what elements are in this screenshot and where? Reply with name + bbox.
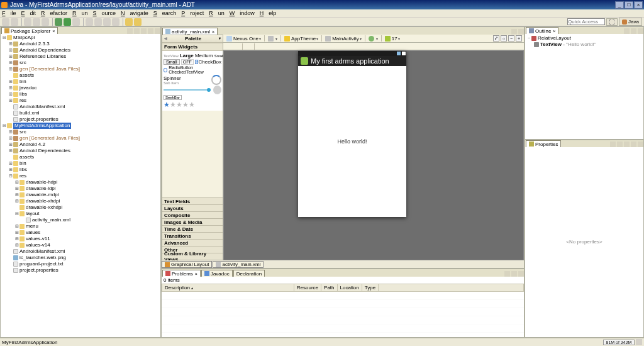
palette-drawer[interactable]: Custom & Library Views: [162, 253, 223, 260]
open-perspective-button[interactable]: [606, 18, 618, 26]
device-preview[interactable]: My first adrms application Hello world!: [298, 51, 406, 217]
tree-item[interactable]: ⊞drawable-mdpi: [2, 192, 159, 198]
palette-drawer[interactable]: Advanced: [162, 239, 223, 246]
zoom-reset-button[interactable]: ○: [501, 35, 507, 42]
graphical-layout-tab[interactable]: Graphical Layout: [162, 261, 212, 268]
nav-back-button[interactable]: [125, 18, 133, 26]
tree-item[interactable]: ⊞menu: [2, 223, 159, 230]
menu-refactor[interactable]: Refactor: [41, 10, 67, 16]
tree-item[interactable]: ⊞bin: [2, 79, 159, 85]
close-button[interactable]: ×: [634, 1, 643, 9]
minimize-button[interactable]: [511, 271, 517, 277]
save-button[interactable]: [11, 18, 18, 26]
palette-item[interactable]: SeekBar: [164, 95, 221, 100]
tree-item[interactable]: ⊞src: [2, 129, 159, 135]
close-icon[interactable]: ×: [195, 272, 197, 276]
tool-button[interactable]: [86, 18, 93, 26]
outline-tree[interactable]: −RelativeLayout TextView - "Hello world!…: [525, 34, 643, 139]
tree-item[interactable]: ⊞values: [2, 230, 159, 236]
close-icon[interactable]: ×: [52, 29, 55, 33]
palette-section-form-widgets[interactable]: Form Widgets: [162, 43, 223, 51]
toggle-button[interactable]: [264, 43, 270, 50]
menu-search[interactable]: Search: [153, 10, 177, 16]
declaration-tab[interactable]: Declaration: [233, 270, 265, 277]
tool-button[interactable]: [33, 18, 40, 26]
palette-drawer[interactable]: Composite: [162, 211, 223, 218]
palette-drawer[interactable]: Transitions: [162, 232, 223, 239]
tree-item[interactable]: ⊞Android Dependencies: [2, 148, 159, 154]
tool-button[interactable]: [24, 18, 31, 26]
new-button[interactable]: [2, 18, 9, 26]
tool-button[interactable]: [112, 18, 119, 26]
tree-item[interactable]: build.xml: [2, 110, 159, 116]
tool-button[interactable]: [94, 18, 102, 26]
tree-item[interactable]: ⊞Referenced Libraries: [2, 53, 159, 60]
menu-window[interactable]: Window: [230, 10, 255, 16]
theme-selector[interactable]: AppTheme▾: [284, 36, 318, 42]
tree-item[interactable]: ic_launcher-web.png: [2, 255, 159, 261]
tree-item[interactable]: AndroidManifest.xml: [2, 104, 159, 110]
palette-item[interactable]: TextViewLarge Medium Small Button: [164, 53, 221, 58]
palette-drawer[interactable]: Time & Date: [162, 225, 223, 232]
toggle-button[interactable]: [225, 43, 231, 50]
tree-item[interactable]: ⊞gen [Generated Java Files]: [2, 135, 159, 141]
tree-item[interactable]: ⊞drawable-hdpi: [2, 179, 159, 186]
run-button[interactable]: [64, 18, 71, 26]
palette-item[interactable]: SpinnerSub Item: [164, 75, 221, 85]
minimize-view-button[interactable]: [148, 28, 153, 34]
tree-item[interactable]: ⊞Android Dependencies: [2, 47, 159, 53]
tree-item[interactable]: project.properties: [2, 116, 159, 123]
package-explorer-tree[interactable]: ⊟MSIpcApi⊞Android 2.3.3⊞Android Dependen…: [1, 34, 160, 337]
problems-table[interactable]: Description ▴ Resource Path Location Typ…: [162, 284, 524, 292]
palette-item[interactable]: RadioButton CheckedTextView: [164, 65, 221, 74]
tree-item[interactable]: activity_main.xml: [2, 217, 159, 223]
tree-item[interactable]: ⊞Android 2.3.3: [2, 41, 159, 47]
palette-item[interactable]: Small OFFCheckBox: [164, 59, 221, 65]
tree-item[interactable]: ⊞src: [2, 60, 159, 66]
editor-tab[interactable]: activity_main.xml×: [162, 28, 218, 35]
palette-item[interactable]: [164, 86, 221, 94]
toggle-button[interactable]: [233, 43, 239, 50]
tree-item[interactable]: ⊟MSIpcApi: [2, 35, 159, 41]
minimize-button[interactable]: [631, 28, 636, 34]
view-menu-button[interactable]: [504, 271, 510, 277]
col-location[interactable]: Location: [337, 284, 362, 292]
zoom-out-button[interactable]: −: [508, 35, 514, 42]
package-explorer-tab[interactable]: Package Explorer×: [1, 27, 58, 34]
layout-canvas[interactable]: My first adrms application Hello world!: [223, 50, 524, 260]
gc-button[interactable]: [636, 339, 642, 345]
tool-button[interactable]: [42, 18, 49, 26]
tree-item[interactable]: ⊟res: [2, 173, 159, 179]
locale-selector[interactable]: ▾: [369, 36, 378, 42]
tree-item[interactable]: ⊞Android 4.2: [2, 141, 159, 148]
tree-item[interactable]: ⊞gen [Generated Java Files]: [2, 66, 159, 72]
link-editor-button[interactable]: [134, 28, 140, 34]
palette-item-rating[interactable]: ★★★★★: [164, 101, 221, 109]
tree-item[interactable]: ⊞drawable-ldpi: [2, 186, 159, 192]
minimize-button[interactable]: _: [615, 1, 624, 9]
view-menu-button[interactable]: [141, 28, 147, 34]
menu-run[interactable]: Run: [209, 10, 225, 16]
nav-fwd-button[interactable]: [134, 18, 142, 26]
col-resource[interactable]: Resource: [294, 284, 321, 292]
close-icon[interactable]: ×: [212, 30, 214, 34]
menu-file[interactable]: File: [2, 10, 16, 16]
tree-item[interactable]: ⊟MyFirstAdrmsApplication: [2, 123, 159, 129]
tree-item[interactable]: ⊞values-v14: [2, 242, 159, 248]
close-icon[interactable]: ×: [553, 29, 555, 33]
menu-navigate[interactable]: Navigate: [121, 10, 148, 16]
palette-drawer[interactable]: Images & Media: [162, 218, 223, 225]
menu-run[interactable]: Run: [72, 10, 88, 16]
tool-button[interactable]: [103, 18, 111, 26]
xml-source-tab[interactable]: activity_main.xml: [213, 261, 264, 268]
tree-item[interactable]: ⊞bin: [2, 160, 159, 167]
collapse-all-button[interactable]: [127, 28, 133, 34]
menu-project[interactable]: Project: [181, 10, 204, 16]
tree-item[interactable]: assets: [2, 72, 159, 79]
maximize-button[interactable]: [518, 271, 524, 277]
maximize-view-button[interactable]: [155, 28, 160, 34]
palette-drawer[interactable]: Text Fields: [162, 197, 223, 204]
zoom-in-button[interactable]: +: [516, 35, 522, 42]
tree-item[interactable]: AndroidManifest.xml: [2, 248, 159, 255]
tree-item[interactable]: drawable-xxhdpi: [2, 204, 159, 211]
